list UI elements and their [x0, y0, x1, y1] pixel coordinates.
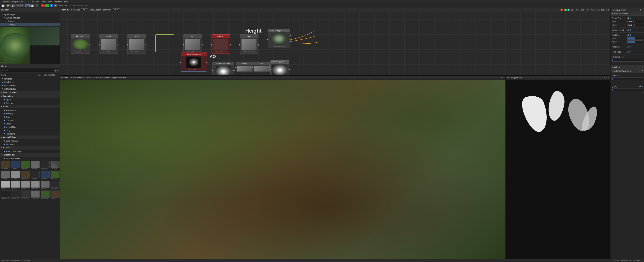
- node-height[interactable]: Height [height] 2048×2048 - L16: [268, 29, 290, 48]
- 3d-view-canvas[interactable]: [60, 80, 506, 259]
- lib-add-btn[interactable]: +: [56, 65, 57, 67]
- node-ao-out[interactable]: [288, 68, 290, 70]
- node-blend5[interactable]: Blend: [253, 62, 270, 72]
- gs-btn-1[interactable]: ⊞: [604, 77, 605, 78]
- instance-add-btn[interactable]: +: [639, 70, 640, 72]
- tree-plant[interactable]: Plant_01: [0, 23, 60, 26]
- menu-help[interactable]: Help: [64, 1, 68, 3]
- intensity-slider[interactable]: [612, 78, 643, 80]
- thumb-studio2[interactable]: [1, 190, 10, 198]
- lib-channels[interactable]: Channels: [0, 119, 60, 122]
- preview-icon-flat[interactable]: ▢: [4, 62, 6, 64]
- lib-noises[interactable]: Noises: [0, 98, 60, 102]
- node-blend4[interactable]: Blend 2048×2048 - L16: [240, 34, 258, 54]
- thumb-studio5[interactable]: [31, 190, 40, 198]
- lib-material-filters[interactable]: Material Filters: [0, 136, 60, 139]
- lib-effects[interactable]: Effects: [0, 122, 60, 126]
- node-blend1-in[interactable]: [98, 44, 100, 46]
- redo-btn[interactable]: ↪: [20, 4, 24, 7]
- lib-view-icon[interactable]: ⊞: [57, 70, 59, 72]
- view-btn-3[interactable]: ⬛: [35, 4, 39, 7]
- gs-btn-2[interactable]: ⊟: [606, 77, 608, 78]
- node-blend1-out[interactable]: [117, 44, 119, 46]
- tab-environment[interactable]: Environment: [100, 76, 110, 78]
- zoom-reset-btn[interactable]: ⊕: [606, 9, 607, 11]
- thumb-bvs[interactable]: [40, 161, 50, 168]
- props-expand-btn[interactable]: ⊞: [640, 9, 641, 11]
- node-rdiff-sp-out[interactable]: [230, 44, 231, 46]
- tiling-btn[interactable]: ⊕: [630, 51, 631, 53]
- colored-btn-a[interactable]: A: [571, 9, 574, 11]
- node-ao[interactable]: AO [ambientOcclusion]: [270, 60, 289, 76]
- lib-filters[interactable]: Filters: [0, 105, 60, 108]
- thumb-glaz[interactable]: [21, 171, 30, 178]
- explorer-close-btn[interactable]: ×: [58, 9, 58, 11]
- thumb-tomoco[interactable]: [50, 190, 60, 198]
- thumb-airport[interactable]: [11, 161, 20, 168]
- instance-params-section[interactable]: ▼ Instance Parameters + 🔗: [610, 69, 644, 73]
- tab-lights[interactable]: Lights: [86, 76, 91, 78]
- colored-tab-b[interactable]: B: [50, 4, 53, 7]
- undo-btn[interactable]: ↩: [16, 4, 20, 7]
- thumb-gden[interactable]: [11, 171, 20, 178]
- output-format-btn[interactable]: ⊕: [630, 29, 631, 31]
- node-rdiff-sp[interactable]: Rdiff Sp... 2048×2048 - L16: [212, 34, 230, 54]
- thumb-soft4[interactable]: [31, 180, 40, 188]
- lib-atomic-nodes[interactable]: Atomic Nodes: [0, 84, 60, 87]
- px-btn[interactable]: Px: [586, 9, 589, 11]
- 3d-view-expand-btn[interactable]: ⊞: [501, 76, 502, 78]
- lib-pbr-materials[interactable]: PBR Materials: [0, 153, 60, 157]
- node-blend2[interactable]: Blend 2048×2048 - L16: [127, 34, 146, 54]
- preview-icon-3d[interactable]: 3D: [1, 62, 3, 64]
- node-ambient-occ-in[interactable]: [212, 70, 213, 71]
- lib-function-nodes[interactable]: Function Nodes: [0, 90, 60, 94]
- colored-tab-a[interactable]: A: [54, 4, 58, 7]
- thumb-studio4[interactable]: [21, 190, 30, 198]
- explorer-add-btn[interactable]: +: [56, 9, 57, 11]
- thumb-cave[interactable]: [50, 161, 60, 168]
- node-blend4-in[interactable]: [239, 44, 240, 46]
- output-size-chain-btn[interactable]: ⊕: [630, 17, 631, 19]
- tab-materials[interactable]: Materials: [77, 76, 85, 78]
- zoom-fit-btn[interactable]: ⊞: [608, 9, 609, 11]
- view-btn-1[interactable]: ⬛: [26, 4, 30, 7]
- node-blend3[interactable]: Blend 2048×2048 - L16: [184, 34, 202, 54]
- open-btn[interactable]: 📂: [6, 4, 10, 7]
- thumb-elev[interactable]: [1, 171, 10, 178]
- tree-swamp[interactable]: ▼ Swamp: [0, 20, 60, 23]
- lib-mdsl[interactable]: MDSL Resources: [0, 157, 60, 160]
- thumb-boni2[interactable]: [31, 161, 40, 168]
- quality-slider[interactable]: [612, 88, 643, 91]
- thumb-terrace[interactable]: [40, 190, 50, 198]
- lib-filter-icon[interactable]: ▼: [54, 70, 56, 72]
- lib-blurs[interactable]: Blurs: [0, 115, 60, 119]
- thumb-indu[interactable]: [31, 171, 40, 178]
- save-btn[interactable]: 💾: [10, 4, 14, 7]
- fbm-btn[interactable]: FbM: [575, 9, 580, 11]
- lib-patterns[interactable]: Patterns: [0, 102, 60, 105]
- lib-functions[interactable]: Functions: [0, 142, 60, 146]
- base-params-section[interactable]: ▼ Base Parameters: [610, 12, 644, 16]
- pixel-width-slider[interactable]: [627, 37, 643, 40]
- lib-blending[interactable]: Blending: [0, 112, 60, 115]
- thumb-abandon[interactable]: [1, 161, 10, 168]
- node-bkg-ingra-out[interactable]: [89, 44, 90, 46]
- menu-view[interactable]: View: [42, 1, 46, 3]
- node-type-select[interactable]: All: [81, 8, 88, 12]
- thumb-road[interactable]: [50, 171, 60, 178]
- quality-btn[interactable]: ⊕: [642, 86, 643, 88]
- tree-packages[interactable]: ▼ My Packages: [0, 13, 60, 16]
- attributes-section[interactable]: ▶ Attributes: [610, 66, 644, 69]
- node-blur-hq-gray[interactable]: Blur HQ Grayscale 2048×2048 - L16: [181, 52, 207, 72]
- lib-graph-items[interactable]: Graph Items: [0, 80, 60, 84]
- lib-env-maps[interactable]: Environment Maps: [0, 150, 60, 153]
- grs-btn[interactable]: GrS: [580, 9, 584, 11]
- lib-tiling[interactable]: Tiling: [0, 129, 60, 132]
- tree-package[interactable]: ▼ Swamp_mat.sbs*: [0, 16, 60, 20]
- new-btn[interactable]: 📄: [1, 4, 5, 7]
- node-blend4-out[interactable]: [258, 44, 259, 46]
- pixel-height-slider[interactable]: [627, 40, 643, 43]
- tab-scene[interactable]: Scene: [71, 76, 76, 78]
- node-rdiff-sp-in[interactable]: [211, 44, 212, 46]
- thumb-boni1[interactable]: [21, 161, 30, 168]
